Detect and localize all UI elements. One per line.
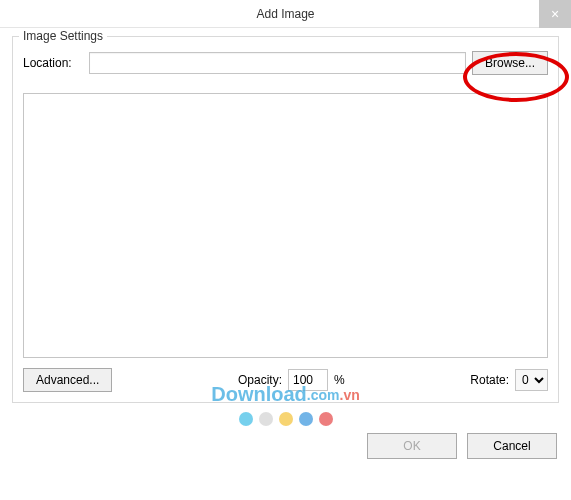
title-bar: Add Image × <box>0 0 571 28</box>
content-area: Image Settings Location: Browse... Advan… <box>0 28 571 415</box>
location-label: Location: <box>23 56 83 70</box>
opacity-input[interactable] <box>288 369 328 391</box>
opacity-unit: % <box>334 373 345 387</box>
advanced-button[interactable]: Advanced... <box>23 368 112 392</box>
dialog-footer: OK Cancel <box>0 415 571 477</box>
image-settings-fieldset: Image Settings Location: Browse... Advan… <box>12 36 559 403</box>
close-icon: × <box>551 6 559 22</box>
window-title: Add Image <box>256 7 314 21</box>
fieldset-legend: Image Settings <box>19 29 107 43</box>
image-preview <box>23 93 548 358</box>
close-button[interactable]: × <box>539 0 571 28</box>
ok-button[interactable]: OK <box>367 433 457 459</box>
options-row: Advanced... Opacity: % Rotate: 0 <box>23 368 548 392</box>
rotate-select[interactable]: 0 <box>515 369 548 391</box>
location-input[interactable] <box>89 52 466 74</box>
opacity-label: Opacity: <box>238 373 282 387</box>
cancel-button[interactable]: Cancel <box>467 433 557 459</box>
rotate-label: Rotate: <box>470 373 509 387</box>
location-row: Location: Browse... <box>23 47 548 83</box>
browse-button[interactable]: Browse... <box>472 51 548 75</box>
